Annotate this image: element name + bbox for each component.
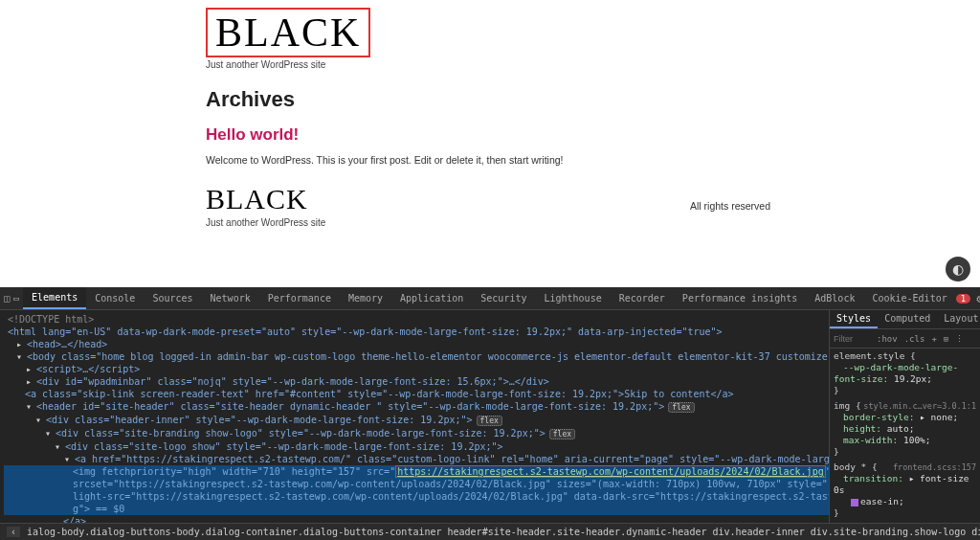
dom-line[interactable]: ▾<body class="home blog logged-in admin-… [4,350,829,363]
devtools-tabs: ◫ ▭ Elements Console Sources Network Per… [0,287,980,310]
dom-line[interactable]: ▸<div id="wpadminbar" class="nojq" style… [4,375,829,388]
tab-elements[interactable]: Elements [23,287,86,309]
hov-button[interactable]: :hov [875,334,900,344]
tab-console[interactable]: Console [86,288,144,308]
footer-tagline: Just another WordPress site [206,217,325,228]
site-tagline: Just another WordPress site [206,59,770,70]
site-logo[interactable]: BLACK [215,10,361,56]
moon-icon: ◐ [952,261,964,277]
tab-security[interactable]: Security [472,288,535,308]
tab-network[interactable]: Network [202,288,259,308]
dom-line[interactable]: </a> [4,515,829,523]
dom-line[interactable]: ▾<div class="site-logo show" style="--wp… [4,440,829,453]
tab-sources[interactable]: Sources [144,288,201,308]
new-rule-button[interactable]: + [929,334,938,344]
breadcrumb-item[interactable]: div.site-logo.show [971,527,980,537]
content-column: BLACK Just another WordPress site Archiv… [206,8,770,228]
tab-perf-insights[interactable]: Performance insights [674,288,806,308]
tab-adblock[interactable]: AdBlock [806,288,863,308]
breadcrumb-item[interactable]: div.header-inner [712,527,804,537]
inspect-icon[interactable]: ◫ [4,291,10,306]
footer-row: BLACK Just another WordPress site All ri… [206,183,770,228]
dom-img-selected[interactable]: <img fetchpriority="high" width="710" he… [4,465,829,478]
breadcrumb-item[interactable]: ialog-body.dialog-buttons-body.dialog-co… [27,527,441,537]
settings-icon[interactable]: ⚙ [976,292,980,305]
page-viewport: BLACK Just another WordPress site Archiv… [0,0,980,287]
dom-line[interactable]: <!DOCTYPE html> [4,313,829,326]
tab-memory[interactable]: Memory [340,288,391,308]
breadcrumb-item[interactable]: div.site-branding.show-logo [811,527,967,537]
dom-breadcrumb[interactable]: ‹ ialog-body.dialog-buttons-body.dialog-… [0,523,980,540]
footer-rights: All rights reserved [690,200,770,212]
styles-filter-row: :hov .cls + ⊞ ⋮ [830,329,980,349]
tab-application[interactable]: Application [391,288,472,308]
styles-more-icon2[interactable]: ⋮ [953,334,966,344]
devtools-panel: ◫ ▭ Elements Console Sources Network Per… [0,287,980,540]
tab-performance[interactable]: Performance [259,288,340,308]
cls-button[interactable]: .cls [902,334,927,344]
tab-lighthouse[interactable]: Lighthouse [535,288,610,308]
styles-tab-layout[interactable]: Layout [937,310,980,328]
dom-line[interactable]: <html lang="en-US" data-wp-dark-mode-pre… [4,326,829,338]
styles-more-icon[interactable]: ⊞ [942,334,950,344]
breadcrumb-scroll-left[interactable]: ‹ [7,527,20,537]
error-count-badge[interactable]: 1 [956,294,970,304]
dom-img-selected[interactable]: srcset="https://stakingrespect.s2-tastew… [4,478,829,490]
dom-line[interactable]: ▸<script>…</script> [4,363,829,375]
dom-line[interactable]: ▾<a href="https://stakingrespect.s2-tast… [4,453,829,465]
tab-recorder[interactable]: Recorder [611,288,674,308]
dom-line[interactable]: ▾<div class="site-branding show-logo" st… [4,427,829,440]
post-excerpt: Welcome to WordPress. This is your first… [206,154,770,166]
dom-tree[interactable]: <!DOCTYPE html> <html lang="en-US" data-… [0,310,829,523]
footer-logo[interactable]: BLACK [206,183,325,215]
footer-branding: BLACK Just another WordPress site [206,183,325,228]
styles-filter-input[interactable] [834,334,872,344]
archives-heading: Archives [206,87,770,112]
device-toggle-icon[interactable]: ▭ [13,291,19,306]
dom-line[interactable]: ▾<header id="site-header" class="site-he… [4,400,829,414]
styles-tab-styles[interactable]: Styles [830,310,878,328]
dom-img-selected[interactable]: light-src="https://stakingrespect.s2-tas… [4,490,829,503]
styles-tabs: Styles Computed Layout [830,310,980,329]
dom-line[interactable]: ▾<div class="header-inner" style="--wp-d… [4,414,829,427]
dom-line[interactable]: <a class="skip-link screen-reader-text" … [4,388,829,400]
devtools-body: <!DOCTYPE html> <html lang="en-US" data-… [0,310,980,523]
styles-tab-computed[interactable]: Computed [878,310,937,328]
breadcrumb-item[interactable]: header#site-header.site-header.dynamic-h… [448,527,707,537]
header-logo-highlight: BLACK [206,8,370,57]
img-src-highlight: https://stakingrespect.s2-tastewp.com/wp… [395,465,826,478]
dark-mode-toggle[interactable]: ◐ [946,257,970,281]
post-title-link[interactable]: Hello world! [206,125,770,145]
dom-line[interactable]: ▸<head>…</head> [4,338,829,350]
tab-cookie-editor[interactable]: Cookie-Editor [863,288,955,308]
styles-rules[interactable]: element.style { --wp-dark-mode-large-fon… [830,349,980,523]
styles-panel: Styles Computed Layout :hov .cls + ⊞ ⋮ e… [829,310,980,523]
dom-img-selected[interactable]: g"> == $0 [4,503,829,515]
